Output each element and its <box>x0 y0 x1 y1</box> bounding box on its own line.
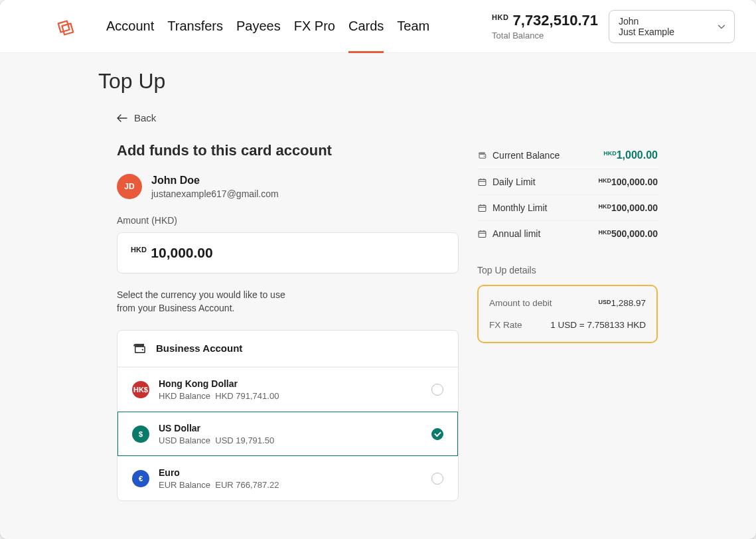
limit-label: Monthly Limit <box>492 202 547 213</box>
currency-balance: HKD Balance HKD 791,741.00 <box>159 391 279 401</box>
details-row: FX Rate1 USD = 7.758133 HKD <box>489 317 646 333</box>
limit-label: Daily Limit <box>492 177 536 187</box>
svg-rect-10 <box>479 231 486 237</box>
topbar: AccountTransfersPayeesFX ProCardsTeam HK… <box>0 0 756 53</box>
svg-point-0 <box>142 348 143 350</box>
amount-value: 10,000.00 <box>151 245 212 260</box>
nav-item-payees[interactable]: Payees <box>236 0 281 52</box>
limit-value: HKD500,000.00 <box>598 228 658 239</box>
currency-option-euro[interactable]: €EuroEUR Balance EUR 766,787.22 <box>117 456 458 501</box>
section-heading: Add funds to this card account <box>117 142 459 159</box>
svg-rect-2 <box>479 179 486 185</box>
page-title: Top Up <box>98 69 658 94</box>
details-value: USD1,288.97 <box>598 298 646 308</box>
limit-label: Current Balance <box>492 150 560 161</box>
nav-item-account[interactable]: Account <box>106 0 154 52</box>
currency-option-us-dollar[interactable]: $US DollarUSD Balance USD 19,791.50 <box>117 412 458 456</box>
cardholder-row: JD John Doe justanexample617@gmail.com <box>117 174 459 199</box>
currency-badge-icon: $ <box>132 425 149 443</box>
avatar: JD <box>117 174 142 199</box>
radio-icon <box>431 384 443 396</box>
list-header: Business Account <box>117 331 458 367</box>
details-row: Amount to debitUSD1,288.97 <box>489 295 646 311</box>
main-nav: AccountTransfersPayeesFX ProCardsTeam <box>106 0 429 52</box>
summary-panel: Current BalanceHKD1,000.00Daily LimitHKD… <box>477 142 658 343</box>
wallet-icon <box>477 151 487 161</box>
nav-item-cards[interactable]: Cards <box>348 0 384 52</box>
currency-name: Euro <box>159 467 279 478</box>
limit-row: Monthly LimitHKD100,000.00 <box>477 195 658 221</box>
details-label: Amount to debit <box>489 298 552 308</box>
currency-badge-icon: HK$ <box>132 381 149 398</box>
topup-form: Add funds to this card account JD John D… <box>117 142 459 501</box>
back-label: Back <box>134 112 156 123</box>
currency-option-hong-kong-dollar[interactable]: HK$Hong Kong DollarHKD Balance HKD 791,7… <box>117 367 458 412</box>
user-menu[interactable]: John Just Example <box>609 10 735 43</box>
details-label: FX Rate <box>489 320 522 330</box>
currency-name: US Dollar <box>159 423 274 433</box>
wallet-icon <box>132 343 147 354</box>
calendar-icon <box>477 177 487 187</box>
user-name: John <box>619 16 708 27</box>
list-header-label: Business Account <box>156 343 242 354</box>
details-value: 1 USD = 7.758133 HKD <box>550 320 646 330</box>
app-window: AccountTransfersPayeesFX ProCardsTeam HK… <box>0 0 756 539</box>
user-org: Just Example <box>619 27 708 37</box>
currency-balance: USD Balance USD 19,791.50 <box>159 435 274 445</box>
currency-badge-icon: € <box>132 470 149 487</box>
svg-rect-6 <box>479 205 486 211</box>
limit-label: Annual limit <box>492 228 540 239</box>
amount-label: Amount (HKD) <box>117 215 459 226</box>
total-balance: HKD 7,732,510.71 Total Balance <box>492 12 609 40</box>
cardholder-email: justanexample617@gmail.com <box>151 189 279 199</box>
amount-currency: HKD <box>131 246 147 254</box>
svg-point-1 <box>484 155 485 157</box>
nav-item-fx-pro[interactable]: FX Pro <box>294 0 335 52</box>
cardholder-name: John Doe <box>151 175 279 187</box>
currency-name: Hong Kong Dollar <box>159 378 279 389</box>
currency-list: Business Account HK$Hong Kong DollarHKD … <box>117 330 459 501</box>
limit-row: Current BalanceHKD1,000.00 <box>477 142 658 169</box>
limit-value: HKD100,000.00 <box>598 177 658 187</box>
limit-value: HKD100,000.00 <box>598 202 658 213</box>
logo-icon <box>56 17 76 37</box>
details-box: Amount to debitUSD1,288.97FX Rate1 USD =… <box>477 285 658 343</box>
calendar-icon <box>477 229 487 239</box>
balance-label: Total Balance <box>492 31 598 40</box>
nav-item-transfers[interactable]: Transfers <box>167 0 223 52</box>
back-button[interactable]: Back <box>117 112 658 123</box>
limit-row: Annual limitHKD500,000.00 <box>477 221 658 246</box>
balance-currency: HKD <box>492 13 508 21</box>
page-body: Top Up Back Add funds to this card accou… <box>0 53 756 501</box>
balance-amount: 7,732,510.71 <box>513 12 598 29</box>
radio-icon <box>431 473 443 485</box>
limits-list: Current BalanceHKD1,000.00Daily LimitHKD… <box>477 142 658 246</box>
details-title: Top Up details <box>477 265 658 275</box>
chevron-down-icon <box>717 22 726 31</box>
limit-value: HKD1,000.00 <box>603 149 658 161</box>
helper-text: Select the currency you would like to us… <box>117 288 289 315</box>
limit-row: Daily LimitHKD100,000.00 <box>477 169 658 195</box>
radio-checked-icon <box>431 428 443 440</box>
nav-item-team[interactable]: Team <box>397 0 429 52</box>
currency-balance: EUR Balance EUR 766,787.22 <box>159 480 279 490</box>
arrow-left-icon <box>117 114 127 122</box>
amount-input[interactable]: HKD 10,000.00 <box>117 232 459 273</box>
calendar-icon <box>477 203 487 213</box>
